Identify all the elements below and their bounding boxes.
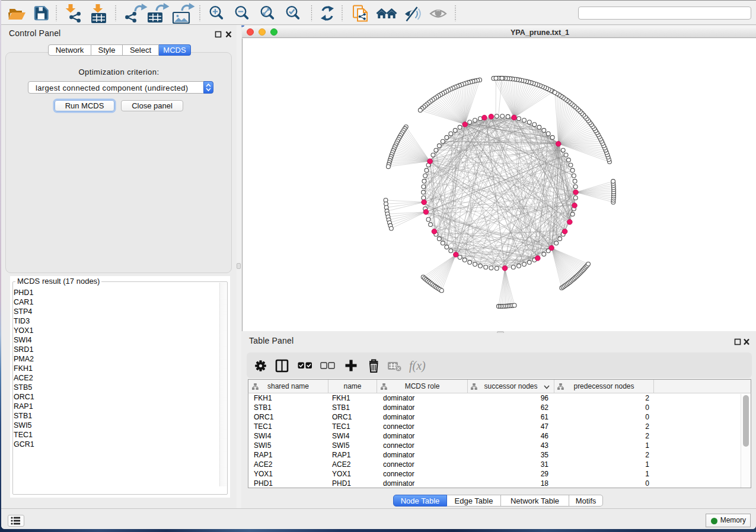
svg-text:f(x): f(x) xyxy=(409,359,426,373)
